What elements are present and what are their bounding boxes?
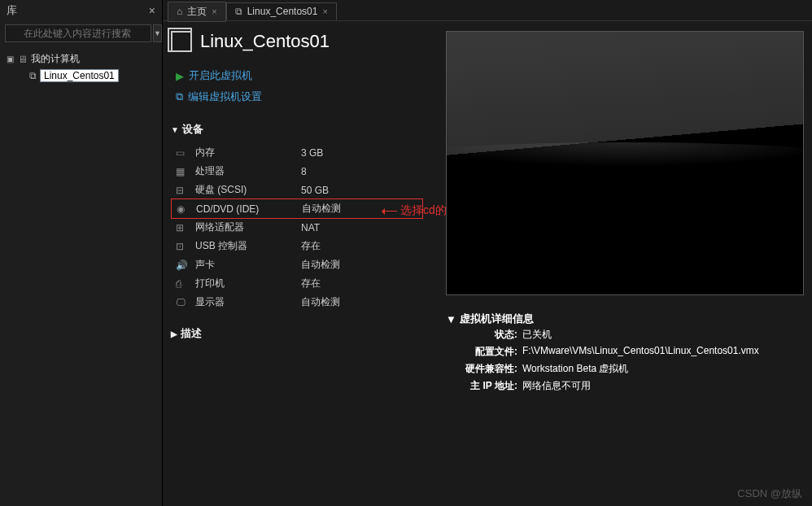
device-disk[interactable]: ⊟ 硬盘 (SCSI) 50 GB — [171, 181, 423, 199]
library-tree: ▣ 🖥 我的计算机 ⧉ Linux_Centos01 — [0, 46, 162, 506]
disk-icon: ⊟ — [176, 185, 189, 196]
device-display[interactable]: 🖵 显示器 自动检测 — [171, 293, 423, 312]
tree-item-label: Linux_Centos01 — [40, 69, 119, 82]
library-sidebar: 库 × 🔍 ▼ ▣ 🖥 我的计算机 ⧉ Linux_Centos01 — [0, 0, 163, 506]
vm-info-title: 虚拟机详细信息 — [460, 312, 534, 326]
device-printer[interactable]: ⎙ 打印机 存在 — [171, 274, 423, 293]
network-icon: ⊞ — [176, 222, 189, 233]
printer-icon: ⎙ — [176, 278, 189, 290]
devices-section-header[interactable]: ▼ 设备 — [171, 122, 423, 137]
description-section-header[interactable]: ▶ 描述 — [171, 326, 423, 341]
edit-settings-link[interactable]: ⧉ 编辑虚拟机设置 — [171, 86, 423, 107]
tab-home[interactable]: ⌂ 主页 × — [168, 2, 226, 22]
device-usb[interactable]: ⊡ USB 控制器 存在 — [171, 237, 423, 255]
edit-settings-label: 编辑虚拟机设置 — [188, 89, 262, 104]
tab-label: 主页 — [187, 5, 207, 19]
tree-root-label: 我的计算机 — [31, 52, 80, 66]
device-cpu[interactable]: ▦ 处理器 8 — [171, 162, 423, 181]
tab-bar: ⌂ 主页 × ⧉ Linux_Centos01 × — [163, 0, 812, 21]
main-area: ⌂ 主页 × ⧉ Linux_Centos01 × Linux_Centos01… — [163, 0, 812, 506]
vm-icon: ⧉ — [235, 6, 242, 17]
tab-vm[interactable]: ⧉ Linux_Centos01 × — [226, 2, 337, 20]
power-on-label: 开启此虚拟机 — [189, 68, 252, 83]
power-on-link[interactable]: ▶ 开启此虚拟机 — [171, 65, 423, 86]
chevron-down-icon: ▼ — [446, 313, 456, 325]
memory-icon: ▭ — [176, 147, 189, 159]
cd-icon: ◉ — [177, 203, 190, 215]
device-memory[interactable]: ▭ 内存 3 GB — [171, 143, 423, 162]
info-row-ip: 主 IP 地址: 网络信息不可用 — [446, 377, 804, 395]
info-row-status: 状态: 已关机 — [446, 326, 804, 343]
device-list: ▭ 内存 3 GB ▦ 处理器 8 ⊟ 硬盘 (SCSI) 50 GB — [171, 143, 423, 312]
arrow-icon — [382, 211, 397, 212]
tree-item-vm[interactable]: ⧉ Linux_Centos01 — [3, 68, 159, 84]
vm-info-header[interactable]: ▼ 虚拟机详细信息 — [446, 312, 804, 326]
page-title: Linux_Centos01 — [200, 31, 330, 52]
collapse-icon[interactable]: ▣ — [7, 55, 15, 63]
close-icon[interactable]: × — [212, 7, 216, 16]
devices-section-title: 设备 — [182, 122, 203, 137]
close-icon[interactable]: × — [149, 4, 155, 17]
sidebar-title: 库 — [7, 3, 149, 18]
search-dropdown-button[interactable]: ▼ — [153, 24, 162, 42]
usb-icon: ⊡ — [176, 241, 189, 252]
vm-title-row: Linux_Centos01 — [171, 31, 423, 52]
settings-icon: ⧉ — [176, 90, 183, 103]
vm-large-icon — [171, 31, 192, 52]
info-row-compat: 硬件兼容性: Workstation Beta 虚拟机 — [446, 360, 804, 377]
play-icon: ▶ — [176, 70, 184, 82]
close-icon[interactable]: × — [322, 7, 327, 16]
display-icon: 🖵 — [176, 297, 189, 308]
search-input[interactable] — [5, 24, 151, 42]
computer-icon: 🖥 — [18, 54, 28, 65]
device-sound[interactable]: 🔊 声卡 自动检测 — [171, 255, 423, 274]
chevron-down-icon: ▼ — [171, 125, 179, 134]
home-icon: ⌂ — [177, 6, 182, 17]
info-row-config: 配置文件: F:\VMware\VMs\Linux_Centos01\Linux… — [446, 343, 804, 360]
device-network[interactable]: ⊞ 网络适配器 NAT — [171, 218, 423, 237]
cpu-icon: ▦ — [176, 166, 189, 177]
vm-icon: ⧉ — [29, 70, 37, 81]
watermark: CSDN @放纵 — [737, 486, 802, 501]
description-section-title: 描述 — [181, 326, 202, 341]
tree-root-my-computer[interactable]: ▣ 🖥 我的计算机 — [3, 50, 159, 68]
tab-label: Linux_Centos01 — [247, 6, 318, 17]
chevron-right-icon: ▶ — [171, 329, 177, 338]
vm-preview[interactable] — [446, 31, 804, 295]
sound-icon: 🔊 — [176, 260, 189, 271]
sidebar-header: 库 × — [0, 0, 162, 21]
